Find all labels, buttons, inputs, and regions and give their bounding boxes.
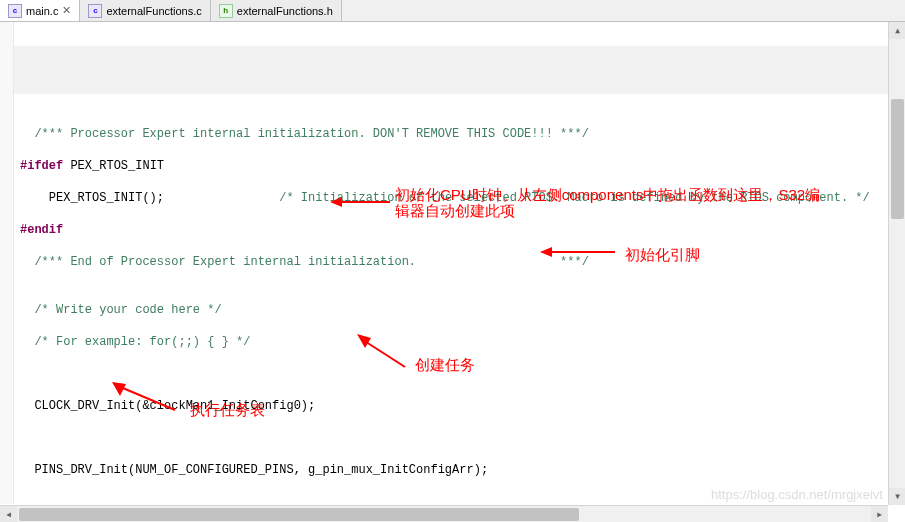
svg-marker-1 xyxy=(330,197,342,207)
code-text: PEX_RTOS_INIT xyxy=(63,159,164,173)
c-file-icon: c xyxy=(8,4,22,18)
scroll-up-button[interactable]: ▴ xyxy=(889,22,905,39)
annotation-clock-init: 初始化CPU时钟。从左侧components中拖出函数到这里，S32编辑器自动创… xyxy=(395,187,835,219)
code-content: /*** Processor Expert internal initializ… xyxy=(20,110,905,522)
arrow-icon xyxy=(355,332,415,372)
tab-label: externalFunctions.c xyxy=(106,5,201,17)
code-comment: /* Write your code here */ xyxy=(20,303,222,317)
code-comment: /*** End of Processor Expert internal in… xyxy=(20,255,589,269)
arrow-icon xyxy=(330,192,400,212)
code-preproc: #ifdef xyxy=(20,159,63,173)
arrow-icon xyxy=(110,380,185,415)
annotation-pins-init: 初始化引脚 xyxy=(625,247,700,263)
preprocessor-highlight xyxy=(14,46,905,94)
h-file-icon: h xyxy=(219,4,233,18)
tab-main-c[interactable]: c main.c ✕ xyxy=(0,0,80,21)
editor-tabs: c main.c ✕ c externalFunctions.c h exter… xyxy=(0,0,905,22)
svg-line-4 xyxy=(363,340,405,367)
svg-line-6 xyxy=(118,386,175,410)
code-preproc: #endif xyxy=(20,223,63,237)
annotation-start-scheduler: 执行任务表 xyxy=(190,402,265,418)
tab-external-functions-c[interactable]: c externalFunctions.c xyxy=(80,0,210,21)
code-text: PEX_RTOS_INIT(); xyxy=(20,191,279,205)
tab-external-functions-h[interactable]: h externalFunctions.h xyxy=(211,0,342,21)
code-comment: /*** Processor Expert internal initializ… xyxy=(20,127,589,141)
code-text: PINS_DRV_Init(NUM_OF_CONFIGURED_PINS, g_… xyxy=(20,463,488,477)
arrow-icon xyxy=(540,242,620,262)
annotation-create-task: 创建任务 xyxy=(415,357,475,373)
code-editor[interactable]: /*** Processor Expert internal initializ… xyxy=(0,22,905,504)
svg-marker-5 xyxy=(357,334,371,348)
editor-gutter xyxy=(0,22,14,504)
code-comment: /* For example: for(;;) { } */ xyxy=(20,335,250,349)
close-icon[interactable]: ✕ xyxy=(62,4,71,17)
scroll-left-button[interactable]: ◂ xyxy=(0,506,17,522)
c-file-icon: c xyxy=(88,4,102,18)
tab-label: main.c xyxy=(26,5,58,17)
tab-label: externalFunctions.h xyxy=(237,5,333,17)
svg-marker-3 xyxy=(540,247,552,257)
